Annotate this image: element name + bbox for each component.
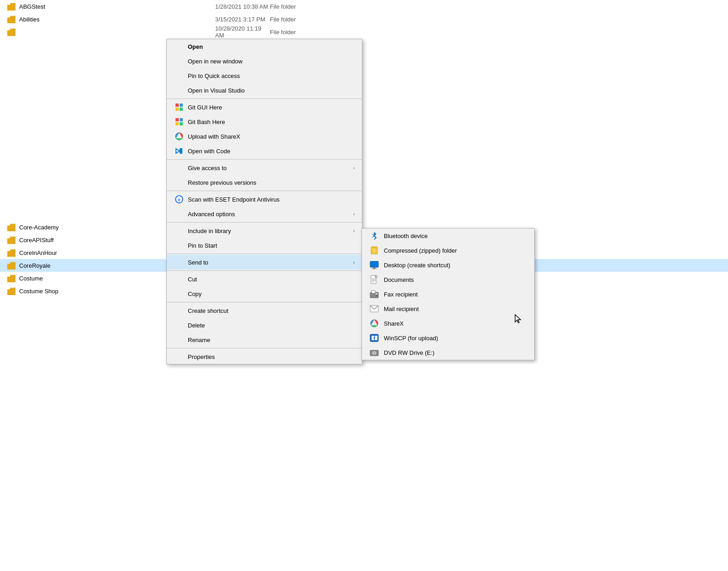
context-menu-pin-quick-access[interactable]: Pin to Quick access	[167, 68, 362, 83]
svg-rect-14	[373, 248, 375, 248]
eset-icon: e	[174, 194, 184, 204]
pin-quick-access-label: Pin to Quick access	[188, 73, 355, 79]
file-date: 1/28/2021 10:38 AM	[179, 3, 270, 10]
pin-start-icon	[174, 240, 184, 250]
folder-icon	[7, 236, 15, 244]
folder-icon	[7, 261, 15, 270]
svg-rect-17	[373, 252, 375, 252]
folder-icon	[7, 28, 15, 36]
context-menu-pin-start[interactable]: Pin to Start	[167, 238, 362, 253]
chevron-right-icon: ›	[353, 228, 355, 234]
vscode-icon	[174, 146, 184, 156]
context-menu-properties[interactable]: Properties	[167, 349, 362, 364]
sendto-compressed-label: Compressed (zipped) folder	[384, 247, 457, 254]
context-menu-eset[interactable]: e Scan with ESET Endpoint Antivirus	[167, 192, 362, 207]
svg-rect-9	[180, 148, 182, 154]
file-type: File folder	[270, 29, 296, 36]
separator	[167, 222, 362, 223]
send-to-label: Send to	[188, 259, 353, 266]
sharex-upload-label: Upload with ShareX	[188, 133, 355, 140]
svg-rect-27	[372, 291, 375, 293]
copy-label: Copy	[188, 291, 355, 297]
sendto-mail-label: Mail recipient	[384, 306, 419, 312]
git-gui-icon	[174, 102, 184, 112]
include-library-label: Include in library	[188, 228, 353, 234]
context-menu-delete[interactable]: Delete	[167, 318, 362, 332]
file-name: CoreAPIStuff	[19, 237, 179, 244]
file-row[interactable]: Abilities 3/15/2021 3:17 PM File folder	[0, 13, 728, 26]
sendto-sharex-label: ShareX	[384, 320, 403, 327]
context-menu-copy[interactable]: Copy	[167, 286, 362, 301]
sendto-documents[interactable]: Documents	[362, 272, 534, 287]
context-menu-open[interactable]: Open	[167, 39, 362, 54]
context-menu-open-new-window[interactable]: Open in new window	[167, 54, 362, 68]
chevron-right-icon: ›	[353, 166, 355, 171]
svg-rect-4	[176, 118, 179, 121]
file-row[interactable]: ABGStest 1/28/2021 10:38 AM File folder	[0, 0, 728, 13]
fax-icon	[369, 289, 379, 299]
sendto-bluetooth[interactable]: Bluetooth device	[362, 228, 534, 243]
bluetooth-icon	[369, 231, 379, 241]
advanced-options-icon	[174, 209, 184, 219]
sendto-desktop-label: Desktop (create shortcut)	[384, 262, 450, 269]
context-menu-git-gui[interactable]: Git GUI Here	[167, 100, 362, 114]
svg-point-29	[376, 295, 377, 296]
git-bash-icon	[174, 117, 184, 127]
file-name: ABGStest	[19, 3, 179, 10]
folder-icon	[7, 287, 15, 295]
sendto-dvd[interactable]: DVD RW Drive (E:)	[362, 345, 534, 360]
documents-icon	[369, 275, 379, 285]
folder-icon	[7, 223, 15, 231]
cut-icon	[174, 274, 184, 284]
desktop-icon	[369, 260, 379, 270]
restore-label: Restore previous versions	[188, 179, 355, 186]
git-bash-label: Git Bash Here	[188, 119, 355, 125]
context-menu-create-shortcut[interactable]: Create shortcut	[167, 303, 362, 318]
context-menu-send-to[interactable]: Send to ›	[167, 255, 362, 270]
file-name: Costume Shop	[19, 288, 179, 295]
visual-studio-icon	[174, 85, 184, 95]
file-row[interactable]: 10/28/2020 11:19 AM File folder	[0, 26, 728, 38]
context-menu-sharex[interactable]: Upload with ShareX	[167, 129, 362, 144]
svg-rect-24	[372, 280, 376, 280]
delete-icon	[174, 320, 184, 330]
sendto-fax[interactable]: Fax recipient	[362, 287, 534, 301]
sendto-winscp[interactable]: WinSCP (for upload)	[362, 331, 534, 345]
svg-rect-6	[176, 122, 179, 125]
sendto-compressed[interactable]: Compressed (zipped) folder	[362, 243, 534, 258]
zip-icon	[369, 245, 379, 255]
svg-rect-3	[180, 108, 183, 111]
dvd-icon	[369, 348, 379, 358]
context-menu-vscode[interactable]: Open with Code	[167, 144, 362, 158]
separator	[167, 191, 362, 191]
svg-rect-23	[372, 279, 376, 279]
context-menu-include-library[interactable]: Include in library ›	[167, 223, 362, 238]
copy-icon	[174, 289, 184, 299]
folder-icon	[7, 2, 15, 10]
context-menu-rename[interactable]: Rename	[167, 332, 362, 347]
context-menu-open-visual-studio[interactable]: Open in Visual Studio	[167, 83, 362, 98]
sendto-sharex[interactable]: ShareX	[362, 316, 534, 331]
sendto-desktop[interactable]: Desktop (create shortcut)	[362, 258, 534, 272]
context-menu-git-bash[interactable]: Git Bash Here	[167, 114, 362, 129]
winscp-icon	[369, 333, 379, 343]
svg-rect-16	[373, 250, 375, 251]
folder-icon	[7, 15, 15, 23]
svg-rect-7	[180, 122, 183, 125]
rename-label: Rename	[188, 337, 355, 343]
context-menu-restore-versions[interactable]: Restore previous versions	[167, 175, 362, 190]
svg-rect-25	[372, 281, 374, 282]
sharex-icon	[369, 318, 379, 328]
context-menu-give-access[interactable]: Give access to ›	[167, 161, 362, 175]
svg-rect-22	[375, 275, 377, 277]
open-new-window-label: Open in new window	[188, 58, 355, 65]
sendto-mail[interactable]: Mail recipient	[362, 301, 534, 316]
context-menu-advanced-options[interactable]: Advanced options ›	[167, 207, 362, 221]
file-name: CoreRoyale	[19, 262, 179, 269]
file-name: Abilities	[19, 16, 179, 23]
svg-text:e: e	[178, 197, 180, 202]
folder-icon	[7, 274, 15, 282]
vscode-label: Open with Code	[188, 148, 355, 155]
file-type: File folder	[270, 3, 296, 10]
context-menu-cut[interactable]: Cut	[167, 272, 362, 286]
